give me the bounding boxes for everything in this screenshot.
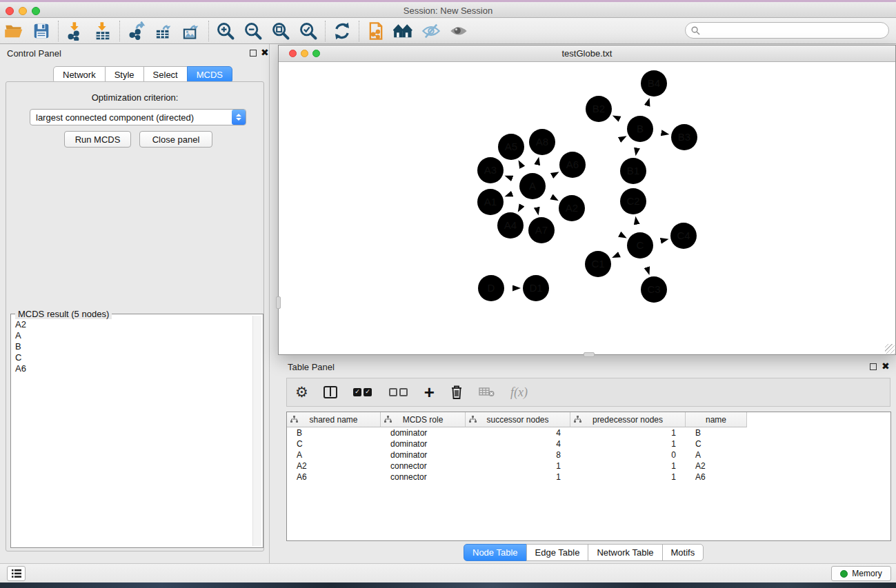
tab-network-table[interactable]: Network Table: [588, 544, 662, 561]
delete-table-button[interactable]: [479, 382, 495, 403]
edge-B-B2[interactable]: [613, 116, 628, 123]
mcds-result-item[interactable]: A6: [12, 363, 252, 374]
column-header-mcds_role[interactable]: MCDS role: [381, 412, 466, 427]
hide-graphics-details-button[interactable]: [417, 19, 445, 43]
import-network-button[interactable]: [61, 19, 89, 43]
dropdown-stepper-icon: [232, 110, 246, 125]
close-panel-button[interactable]: Close panel: [139, 131, 212, 148]
network-from-selection-button[interactable]: [362, 19, 390, 43]
result-scrollbar[interactable]: [252, 316, 261, 546]
search-field[interactable]: [685, 22, 889, 39]
show-columns-button[interactable]: [323, 382, 337, 403]
task-history-button[interactable]: [7, 566, 26, 581]
table-row[interactable]: Cdominator41C: [287, 438, 890, 449]
edge-A-A2[interactable]: [544, 193, 558, 201]
node-A5[interactable]: A5: [498, 134, 524, 160]
node-A4[interactable]: A4: [497, 212, 524, 239]
table-row[interactable]: A2connector11A2: [287, 460, 890, 472]
node-A6[interactable]: A6: [559, 152, 586, 178]
node-C3[interactable]: C3: [641, 276, 667, 303]
edge-C-C1[interactable]: [612, 251, 628, 258]
edge-A6-B[interactable]: [585, 136, 627, 158]
zoom-in-button[interactable]: [212, 19, 239, 43]
node-A[interactable]: A: [519, 173, 546, 199]
node-C1[interactable]: C1: [585, 251, 611, 277]
table-row[interactable]: A6connector11A6: [287, 472, 890, 483]
node-D1[interactable]: D1: [523, 275, 549, 301]
edge-A-A7[interactable]: [535, 200, 539, 216]
node-B2[interactable]: B2: [586, 96, 612, 122]
edge-C-C2[interactable]: [635, 216, 638, 232]
tree-column-icon: [290, 416, 298, 423]
float-table-panel-icon[interactable]: [870, 363, 877, 370]
network-canvas[interactable]: B4B2BB3A8A5A6A3B1AC2A1A2A4A7C4CC1DD1C3: [279, 62, 895, 354]
node-C4[interactable]: C4: [670, 223, 697, 249]
criterion-dropdown[interactable]: largest connected component (directed): [30, 109, 246, 125]
edge-A-A3[interactable]: [505, 176, 520, 181]
edge-B-B4[interactable]: [644, 98, 650, 116]
edge-B-B3[interactable]: [654, 132, 670, 134]
node-C2[interactable]: C2: [620, 188, 646, 214]
node-B1[interactable]: B1: [620, 158, 646, 184]
edge-B-B1[interactable]: [636, 143, 638, 156]
edge-A-A5[interactable]: [519, 160, 526, 174]
tab-motifs[interactable]: Motifs: [662, 544, 704, 561]
mcds-result-item[interactable]: A2: [12, 318, 252, 330]
tab-edge-table[interactable]: Edge Table: [526, 544, 589, 561]
create-column-button[interactable]: +: [424, 382, 435, 403]
zoom-fit-button[interactable]: [267, 19, 295, 43]
left-resize-grip[interactable]: [276, 296, 281, 309]
home-button[interactable]: [390, 19, 417, 43]
table-row[interactable]: Bdominator41B: [287, 427, 890, 438]
close-panel-icon[interactable]: ✖: [261, 47, 269, 58]
search-input[interactable]: [704, 26, 888, 35]
edge-C-C4[interactable]: [654, 239, 669, 243]
node-A1[interactable]: A1: [477, 189, 504, 215]
export-table-button[interactable]: [150, 19, 178, 43]
edge-C-C3[interactable]: [644, 258, 649, 275]
deselect-all-columns-button[interactable]: [388, 382, 409, 403]
zoom-selected-button[interactable]: [295, 19, 322, 43]
mcds-result-item[interactable]: B: [12, 341, 252, 352]
import-table-button[interactable]: [89, 19, 117, 43]
column-header-predecessor_nodes[interactable]: predecessor nodes: [570, 412, 686, 427]
tab-node-table[interactable]: Node Table: [464, 544, 527, 561]
float-panel-icon[interactable]: [250, 50, 257, 57]
table-settings-button[interactable]: ⚙: [295, 382, 308, 403]
node-B3[interactable]: B3: [671, 124, 697, 150]
node-A2[interactable]: A2: [559, 195, 585, 221]
node-B4[interactable]: B4: [641, 70, 667, 97]
memory-button[interactable]: Memory: [831, 566, 891, 581]
open-session-button[interactable]: [0, 19, 28, 43]
node-B[interactable]: B: [627, 116, 653, 142]
run-mcds-button[interactable]: Run MCDS: [64, 131, 131, 148]
close-table-panel-icon[interactable]: ✖: [882, 361, 890, 372]
apply-layout-button[interactable]: [328, 19, 356, 43]
edge-A2-C[interactable]: [584, 215, 627, 239]
export-image-button[interactable]: [178, 19, 206, 43]
node-A7[interactable]: A7: [528, 217, 555, 243]
delete-column-button[interactable]: [450, 382, 464, 403]
node-C[interactable]: C: [627, 232, 653, 258]
node-A8[interactable]: A8: [529, 129, 555, 155]
edge-A-A4[interactable]: [518, 198, 526, 212]
column-header-successor_nodes[interactable]: successor nodes: [466, 412, 570, 427]
show-graphics-details-button[interactable]: [445, 19, 472, 43]
zoom-out-button[interactable]: [239, 19, 267, 43]
edge-A-A1[interactable]: [505, 191, 520, 196]
node-D[interactable]: D: [478, 275, 504, 301]
export-network-button[interactable]: [123, 19, 150, 43]
mcds-result-item[interactable]: C: [12, 352, 252, 363]
function-builder-button[interactable]: f(x): [510, 382, 528, 403]
table-row[interactable]: Adominator80A: [287, 449, 890, 460]
corner-resize-grip[interactable]: [885, 344, 895, 354]
node-A3[interactable]: A3: [477, 157, 504, 183]
mcds-result-item[interactable]: A: [12, 330, 252, 341]
save-session-button[interactable]: [28, 19, 55, 43]
select-all-columns-button[interactable]: [352, 382, 373, 403]
column-header-shared_name[interactable]: shared name: [287, 412, 381, 427]
edge-A-A6[interactable]: [545, 172, 559, 179]
column-header-name[interactable]: name: [686, 412, 747, 427]
network-window-titlebar[interactable]: testGlobe.txt: [279, 45, 895, 62]
edge-A-A8[interactable]: [535, 156, 539, 172]
